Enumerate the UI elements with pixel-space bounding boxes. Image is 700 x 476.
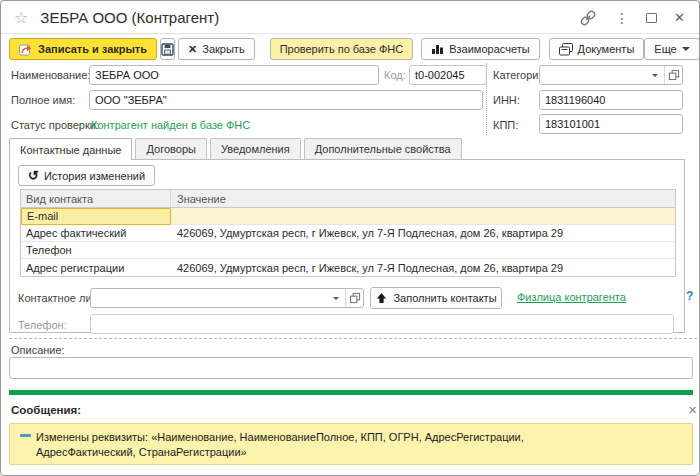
save-close-label: Записать и закрыть bbox=[38, 43, 147, 55]
fill-contacts-button[interactable]: Заполнить контакты bbox=[370, 287, 502, 309]
more-button[interactable]: Еще bbox=[644, 38, 699, 60]
close-window-icon[interactable]: ✕ bbox=[674, 10, 685, 25]
check-fns-label: Проверить по базе ФНС bbox=[280, 43, 404, 55]
inn-input[interactable] bbox=[539, 90, 683, 110]
contacts-table-header: Вид контакта Значение bbox=[21, 190, 675, 208]
kpp-label: КПП: bbox=[493, 119, 518, 131]
messages-separator-bar bbox=[9, 390, 693, 395]
change-history-button[interactable]: ↺ История изменений bbox=[18, 165, 155, 186]
chevron-down-icon bbox=[682, 47, 690, 55]
change-history-label: История изменений bbox=[44, 170, 145, 182]
check-status-value: Контрагент найден в базе ФНС bbox=[91, 119, 250, 131]
message-item[interactable]: Изменены реквизиты: «Наименование, Наиме… bbox=[9, 423, 693, 465]
contact-person-input[interactable] bbox=[91, 289, 327, 307]
message-marker-icon bbox=[20, 434, 31, 437]
column-kind-header[interactable]: Вид контакта bbox=[21, 190, 171, 207]
contact-person-combobox[interactable] bbox=[90, 288, 364, 308]
contact-person-dropdown-icon[interactable] bbox=[327, 289, 345, 307]
cell-registration-address-kind[interactable]: Адрес регистрации bbox=[21, 262, 171, 274]
link-icon[interactable] bbox=[578, 10, 598, 26]
table-row-registration-address[interactable]: Адрес регистрации 426069, Удмуртская рес… bbox=[21, 259, 675, 276]
save-button[interactable] bbox=[160, 38, 175, 60]
category-choose-icon[interactable] bbox=[664, 66, 682, 84]
page-title: ЗЕБРА ООО (Контрагент) bbox=[40, 9, 219, 26]
more-label: Еще bbox=[654, 43, 676, 55]
maximize-icon[interactable] bbox=[646, 13, 657, 23]
documents-icon bbox=[559, 43, 573, 56]
name-label: Наименование: bbox=[11, 69, 90, 81]
header-fields: Наименование: Код: Категория: Полное имя… bbox=[9, 63, 693, 137]
fullname-label: Полное имя: bbox=[11, 94, 75, 106]
category-input[interactable] bbox=[540, 66, 646, 84]
messages-close-icon[interactable]: ✕ bbox=[688, 404, 697, 417]
tab-contracts[interactable]: Договоры bbox=[135, 138, 206, 159]
description-input[interactable] bbox=[9, 357, 693, 379]
documents-button[interactable]: Документы bbox=[549, 38, 645, 60]
tab-notifications[interactable]: Уведомления bbox=[210, 138, 301, 159]
cell-actual-address-kind[interactable]: Адрес фактический bbox=[21, 227, 171, 239]
mutual-settlements-button[interactable]: Взаиморасчеты bbox=[421, 38, 539, 60]
save-and-close-button[interactable]: Записать и закрыть bbox=[9, 38, 157, 60]
table-row-phone[interactable]: Телефон bbox=[21, 242, 675, 259]
message-text: Изменены реквизиты: «Наименование, Наиме… bbox=[36, 430, 616, 460]
table-row-email[interactable]: E-mail bbox=[21, 208, 675, 225]
messages-header: Сообщения: bbox=[11, 404, 81, 416]
cell-actual-address-value[interactable]: 426069, Удмуртская респ, г Ижевск, ул 7-… bbox=[171, 227, 675, 239]
bar-chart-icon bbox=[431, 43, 444, 55]
close-label: Закрыть bbox=[202, 43, 244, 55]
more-menu-icon[interactable]: ⋮ bbox=[615, 10, 629, 26]
phone-input[interactable] bbox=[90, 314, 674, 334]
floppy-disk-icon bbox=[161, 43, 174, 56]
window-chrome: ⋮ ✕ bbox=[578, 1, 685, 34]
contacts-table: Вид контакта Значение E-mail Адрес факти… bbox=[20, 189, 676, 277]
section-separator bbox=[9, 338, 697, 339]
column-value-header[interactable]: Значение bbox=[171, 193, 675, 205]
phone-label: Телефон: bbox=[18, 319, 67, 331]
fields-divider bbox=[486, 63, 487, 135]
toolbar: Записать и закрыть ✕ Закрыть Проверить п… bbox=[9, 37, 691, 61]
cell-email-kind[interactable]: E-mail bbox=[21, 208, 171, 225]
up-arrow-icon bbox=[375, 292, 388, 304]
description-label: Описание: bbox=[11, 344, 65, 356]
contact-person-choose-icon[interactable] bbox=[345, 289, 363, 307]
counterparty-form-window: ☆ ЗЕБРА ООО (Контрагент) ⋮ ✕ bbox=[0, 0, 700, 476]
check-status-label: Статус проверки: bbox=[11, 119, 99, 131]
code-label: Код: bbox=[384, 69, 406, 81]
tab-strip: Контактные данные Договоры Уведомления Д… bbox=[9, 138, 462, 160]
contact-help-icon[interactable]: ? bbox=[686, 289, 693, 303]
fill-contacts-label: Заполнить контакты bbox=[393, 292, 496, 304]
category-dropdown-icon[interactable] bbox=[646, 66, 664, 84]
check-fns-button[interactable]: Проверить по базе ФНС bbox=[270, 38, 414, 60]
name-input[interactable] bbox=[89, 65, 379, 85]
favorite-star-icon[interactable]: ☆ bbox=[14, 8, 28, 27]
close-button[interactable]: ✕ Закрыть bbox=[178, 38, 255, 60]
documents-label: Документы bbox=[578, 43, 635, 55]
close-x-icon: ✕ bbox=[188, 43, 197, 56]
inn-label: ИНН: bbox=[493, 94, 520, 106]
table-row-actual-address[interactable]: Адрес фактический 426069, Удмуртская рес… bbox=[21, 225, 675, 242]
contact-data-panel: ↺ История изменений Вид контакта Значени… bbox=[9, 159, 685, 333]
history-icon: ↺ bbox=[28, 169, 39, 182]
tab-additional-properties[interactable]: Дополнительные свойства bbox=[304, 138, 462, 159]
kpp-input[interactable] bbox=[539, 114, 683, 134]
cell-phone-kind[interactable]: Телефон bbox=[21, 244, 171, 256]
mutual-settlements-label: Взаиморасчеты bbox=[449, 43, 529, 55]
counterparty-individuals-link[interactable]: Физлица контрагента bbox=[517, 291, 626, 303]
tab-contact-data[interactable]: Контактные данные bbox=[9, 138, 132, 160]
cell-registration-address-value[interactable]: 426069, Удмуртская респ, г Ижевск, ул 7-… bbox=[171, 262, 675, 274]
code-input[interactable] bbox=[409, 65, 487, 85]
save-close-icon bbox=[19, 43, 33, 56]
category-combobox[interactable] bbox=[539, 65, 683, 85]
title-bar: ☆ ЗЕБРА ООО (Контрагент) ⋮ ✕ bbox=[1, 1, 699, 34]
fullname-input[interactable] bbox=[89, 90, 483, 110]
